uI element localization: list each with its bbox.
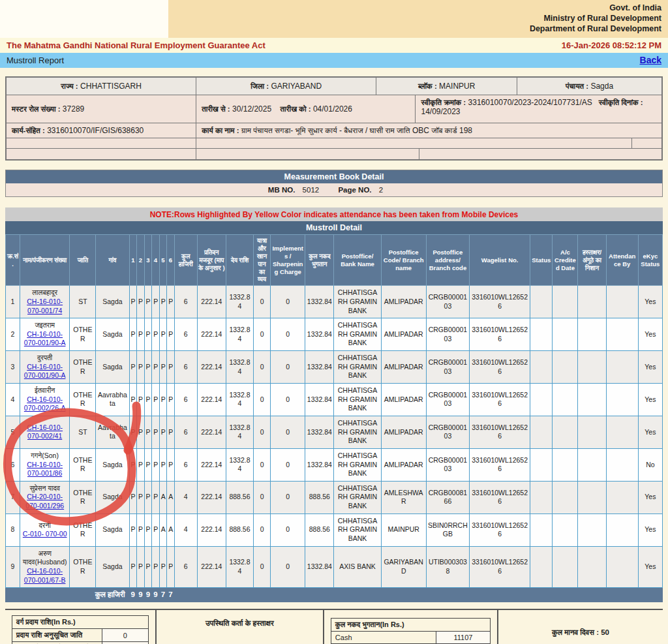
day-total-6: 7 (167, 588, 175, 602)
worker-name: दुरपती (22, 354, 68, 363)
day-4-attendance: P (152, 318, 160, 351)
act-title: The Mahatma Gandhi National Rural Employ… (7, 40, 266, 50)
daily-wage: 222.14 (197, 318, 226, 351)
day-2-attendance: P (137, 286, 145, 318)
empty-cell (7, 149, 196, 159)
col-attendance-by: Attendance By (606, 235, 638, 286)
wagelist-no: 3316010WL126526 (470, 384, 530, 416)
jobcard-link[interactable]: CH-16-010-070-001/86 (27, 461, 63, 478)
jobcard-link[interactable]: CH-16-010-070-001/90-A (24, 330, 66, 347)
date-to-label: तारीख को : (280, 105, 311, 113)
day-1-attendance: P (129, 514, 137, 546)
col-payable: देय राशि (226, 235, 253, 286)
work-code-cell: कार्य-संहित : 3316010070/IF/GIS/638630 (7, 123, 196, 138)
day-6-attendance: P (167, 384, 175, 416)
branch-code: CRGB0000103 (426, 318, 469, 351)
village: Aavrabhata (96, 384, 129, 416)
day-6-attendance: P (167, 351, 175, 384)
caste: OTHER (70, 514, 96, 546)
col-day-1: 1 (129, 235, 137, 286)
jobcard-link[interactable]: CH-16-010-070-001/67-B (24, 567, 66, 584)
branch-code: CRGB0000103 (426, 416, 469, 448)
date-to-value: 04/01/2026 (313, 104, 352, 114)
sr-no: 8 (6, 514, 20, 546)
col-day-5: 5 (159, 235, 167, 286)
day-1-attendance: P (129, 416, 137, 448)
day-1-attendance: P (129, 481, 137, 514)
day-4-attendance: P (152, 286, 160, 318)
cash-payment-box: कुल नकद भुगतान(In Rs.) Cash 11107 प्रति … (324, 610, 498, 644)
branch-code: CRGB0000103 (426, 384, 469, 416)
day-3-attendance: P (144, 416, 152, 448)
bank-name: CHHATISGARH GRAMIN BANK (334, 318, 381, 351)
branch-name: AMLIPADAR (381, 351, 426, 384)
mb-page-label: Page NO. (338, 186, 371, 194)
worker-cell: ईतवारीन CH-16-010-070-002/26-A (20, 384, 70, 416)
bank-name: CHHATISGARH GRAMIN BANK (334, 351, 381, 384)
worker-cell: लालबहादूर CH-16-010-070-001/74 (20, 286, 70, 318)
work-name-label: कार्य का नाम : (202, 127, 239, 134)
table-row: 5 CH-16-010-070-002/41 ST Aavrabhata P P… (6, 416, 663, 448)
village: Sagda (96, 286, 129, 318)
col-bank-name: Postoffice/ Bank Name (334, 235, 381, 286)
status (530, 481, 553, 514)
col-day-6: 6 (167, 235, 175, 286)
daily-wage: 222.14 (197, 448, 226, 481)
wagelist-no: 3316010WL126526 (470, 514, 530, 546)
branch-code: CRGB0000103 (426, 448, 469, 481)
attendance-by (606, 481, 638, 514)
payable-amount: 888.56 (226, 514, 253, 546)
mb-page-value: 2 (379, 186, 383, 194)
mb-detail-row: MB NO. 5012 Page NO. 2 (6, 183, 662, 196)
village: Sagda (96, 514, 129, 546)
block-label: ब्लॉक : (418, 82, 437, 90)
jobcard-link[interactable]: CH-20-010-070-001/296 (25, 493, 64, 510)
jobcard-link[interactable]: CH-16-010-070-001/90-A (24, 363, 66, 380)
col-ac-credited: A/c Credited Date (553, 235, 578, 286)
signature (578, 448, 606, 481)
ac-credited-date (553, 351, 578, 384)
day-4-attendance: P (152, 351, 160, 384)
day-2-attendance: P (137, 481, 145, 514)
payable-amount: 1332.84 (226, 351, 253, 384)
mb-no-label: MB NO. (268, 186, 296, 194)
col-caste: जाति (70, 235, 96, 286)
back-link[interactable]: Back (640, 55, 661, 65)
table-row: 8 दरनी C-010- 070-00 OTHER Sagda P P P P… (6, 514, 663, 546)
day-4-attendance: P (152, 384, 160, 416)
empty-cell (196, 138, 632, 148)
total-attendance: 4 (174, 514, 197, 546)
day-3-attendance: P (144, 448, 152, 481)
day-4-attendance: P (152, 481, 160, 514)
jobcard-link[interactable]: CH-16-010-070-002/41 (27, 423, 63, 440)
yellow-note: NOTE:Rows Highlighted By Yellow Color in… (5, 207, 663, 221)
govt-line-1: Govt. of India (175, 3, 661, 13)
day-5-attendance: P (159, 286, 167, 318)
col-ekyc: eKyc Status (638, 235, 662, 286)
travel-expense: 0 (254, 351, 271, 384)
col-total-attendance: कुल हाजिरी (174, 235, 197, 286)
date-from-label: तारीख से : (202, 105, 230, 113)
col-implements: Implements / Sharpening Charge (271, 235, 305, 286)
table-row: 6 गगने(Son) CH-16-010-070-001/86 OTHER S… (6, 448, 663, 481)
caste: OTHER (70, 384, 96, 416)
attendance-total-row: कुल हाजिरी 9 9 9 9 7 7 (6, 588, 663, 602)
jobcard-link[interactable]: CH-16-010-070-001/74 (27, 298, 63, 314)
total-attendance: 6 (174, 351, 197, 384)
implements-charge: 0 (271, 318, 305, 351)
payable-amount: 1332.84 (226, 286, 253, 318)
caste: ST (70, 416, 96, 448)
jobcard-link[interactable]: C-010- 070-00 (23, 530, 67, 538)
daily-wage: 222.14 (197, 514, 226, 546)
jobcard-link[interactable]: CH-16-010-070-002/26-A (24, 395, 66, 412)
mb-title: Measurement Book Detail (6, 170, 662, 183)
bank-name: CHHATISGARH GRAMIN BANK (334, 481, 381, 514)
mustroll-body: 1 लालबहादूर CH-16-010-070-001/74 ST Sagd… (6, 286, 663, 588)
muster-info-table: राज्य : CHHATTISGARH जिला : GARIYABAND ब… (5, 76, 663, 161)
village: Sagda (96, 481, 129, 514)
total-cash: 888.56 (305, 481, 334, 514)
day-6-attendance: P (167, 546, 175, 588)
sr-no: 7 (6, 481, 20, 514)
payable-amount: 888.56 (226, 481, 253, 514)
col-branch-code: Postoffice address/ Branch code (426, 235, 469, 286)
